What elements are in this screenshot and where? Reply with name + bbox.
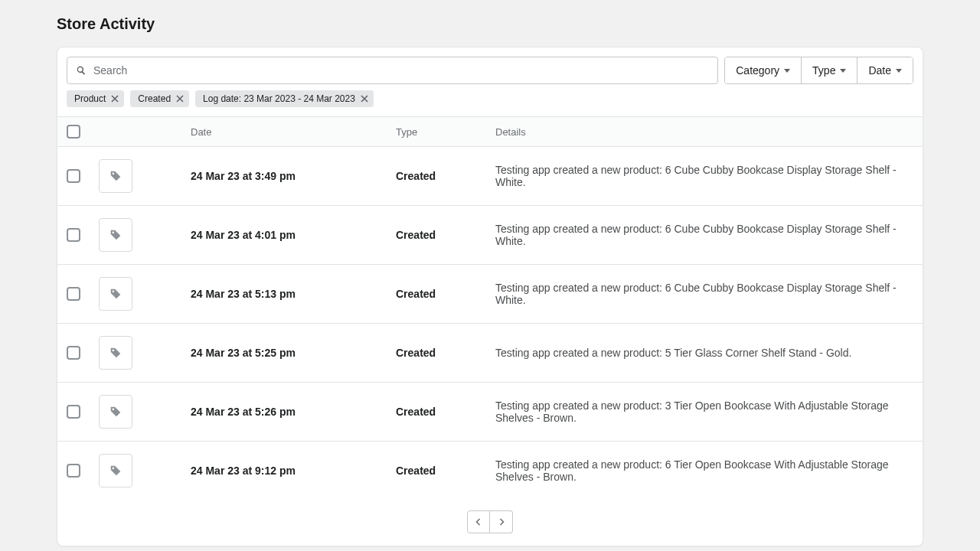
row-date: 24 Mar 23 at 9:12 pm: [191, 465, 396, 477]
row-checkbox[interactable]: [67, 169, 80, 183]
table-row[interactable]: 24 Mar 23 at 3:49 pm Created Testing app…: [57, 147, 923, 206]
row-type: Created: [396, 347, 495, 359]
table-row[interactable]: 24 Mar 23 at 4:01 pm Created Testing app…: [57, 206, 923, 265]
row-details: Testing app created a new product: 5 Tie…: [495, 347, 913, 359]
chevron-down-icon: [840, 69, 846, 73]
row-checkbox[interactable]: [67, 228, 80, 242]
activity-card: Category Type Date Product Created: [57, 47, 923, 546]
row-date: 24 Mar 23 at 5:13 pm: [191, 288, 396, 300]
filter-group: Category Type Date: [724, 57, 913, 84]
tag-icon: [109, 228, 122, 242]
page-title: Store Activity: [57, 15, 923, 33]
row-type: Created: [396, 229, 495, 241]
row-checkbox[interactable]: [67, 464, 80, 478]
row-details: Testing app created a new product: 3 Tie…: [495, 399, 913, 424]
filter-type-label: Type: [812, 64, 835, 77]
row-icon-box: [99, 454, 132, 487]
filter-date-label: Date: [868, 64, 891, 77]
row-icon-box: [99, 336, 132, 370]
row-details: Testing app created a new product: 6 Cub…: [495, 164, 913, 188]
select-all-checkbox[interactable]: [67, 125, 80, 139]
filter-category-button[interactable]: Category: [725, 57, 801, 83]
row-checkbox[interactable]: [67, 346, 80, 360]
row-type: Created: [396, 406, 495, 418]
tag-icon: [109, 464, 122, 478]
row-checkbox[interactable]: [67, 287, 80, 301]
pagination: [57, 500, 923, 546]
row-type: Created: [396, 465, 495, 477]
col-date-header: Date: [191, 126, 396, 138]
row-date: 24 Mar 23 at 4:01 pm: [191, 229, 396, 241]
close-icon[interactable]: [110, 94, 119, 103]
chip-label: Created: [138, 93, 171, 104]
row-details: Testing app created a new product: 6 Cub…: [495, 282, 913, 306]
row-date: 24 Mar 23 at 5:26 pm: [191, 406, 396, 418]
tag-icon: [109, 287, 122, 301]
chip-label: Log date: 23 Mar 2023 - 24 Mar 2023: [203, 93, 355, 104]
filter-chips: Product Created Log date: 23 Mar 2023 - …: [57, 90, 923, 116]
col-details-header: Details: [495, 126, 913, 138]
chip-logdate[interactable]: Log date: 23 Mar 2023 - 24 Mar 2023: [195, 90, 374, 107]
filter-type-button[interactable]: Type: [801, 57, 857, 83]
table-row[interactable]: 24 Mar 23 at 9:12 pm Created Testing app…: [57, 442, 923, 500]
search-input[interactable]: [87, 64, 710, 77]
table-header: Date Type Details: [57, 116, 923, 147]
chip-created[interactable]: Created: [130, 90, 189, 107]
row-date: 24 Mar 23 at 5:25 pm: [191, 347, 396, 359]
search-field-wrap: [67, 57, 718, 84]
next-page-button[interactable]: [490, 510, 513, 533]
row-checkbox[interactable]: [67, 405, 80, 419]
row-type: Created: [396, 170, 495, 182]
tag-icon: [109, 169, 122, 183]
col-type-header: Type: [396, 126, 495, 138]
search-icon: [75, 64, 87, 77]
table-row[interactable]: 24 Mar 23 at 5:25 pm Created Testing app…: [57, 324, 923, 383]
filter-category-label: Category: [736, 64, 779, 77]
tag-icon: [109, 405, 122, 419]
row-icon-box: [99, 218, 132, 252]
chip-product[interactable]: Product: [67, 90, 124, 107]
toolbar: Category Type Date: [57, 47, 923, 90]
chip-label: Product: [74, 93, 106, 104]
row-icon-box: [99, 395, 132, 429]
prev-page-button[interactable]: [467, 510, 490, 533]
table-row[interactable]: 24 Mar 23 at 5:26 pm Created Testing app…: [57, 383, 923, 442]
tag-icon: [109, 346, 122, 360]
row-details: Testing app created a new product: 6 Tie…: [495, 458, 913, 483]
close-icon[interactable]: [360, 94, 369, 103]
chevron-down-icon: [896, 69, 902, 73]
row-date: 24 Mar 23 at 3:49 pm: [191, 170, 396, 182]
row-details: Testing app created a new product: 6 Cub…: [495, 223, 913, 247]
close-icon[interactable]: [175, 94, 185, 103]
chevron-right-icon: [498, 517, 505, 527]
row-icon-box: [99, 159, 132, 193]
chevron-down-icon: [784, 69, 790, 73]
row-icon-box: [99, 277, 132, 311]
chevron-left-icon: [475, 517, 482, 527]
row-type: Created: [396, 288, 495, 300]
table-row[interactable]: 24 Mar 23 at 5:13 pm Created Testing app…: [57, 265, 923, 324]
filter-date-button[interactable]: Date: [857, 57, 913, 83]
